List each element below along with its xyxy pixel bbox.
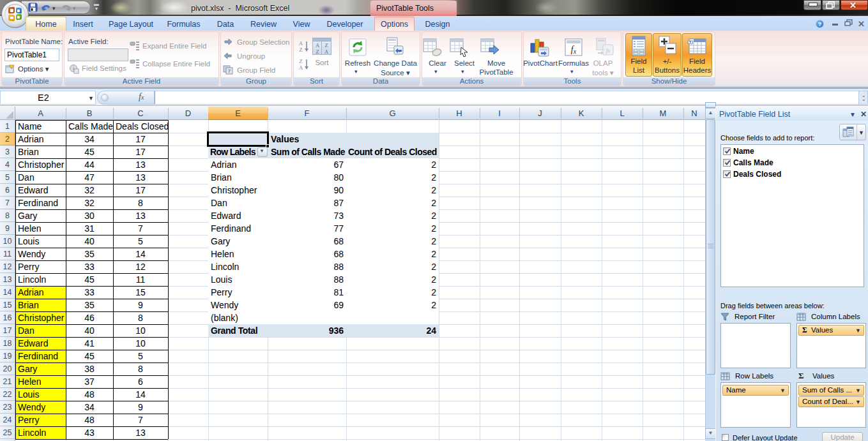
svg-text:↵: ↵ [399,49,402,54]
svg-text:fx: fx [606,47,611,54]
svg-text:7: 7 [228,68,231,74]
